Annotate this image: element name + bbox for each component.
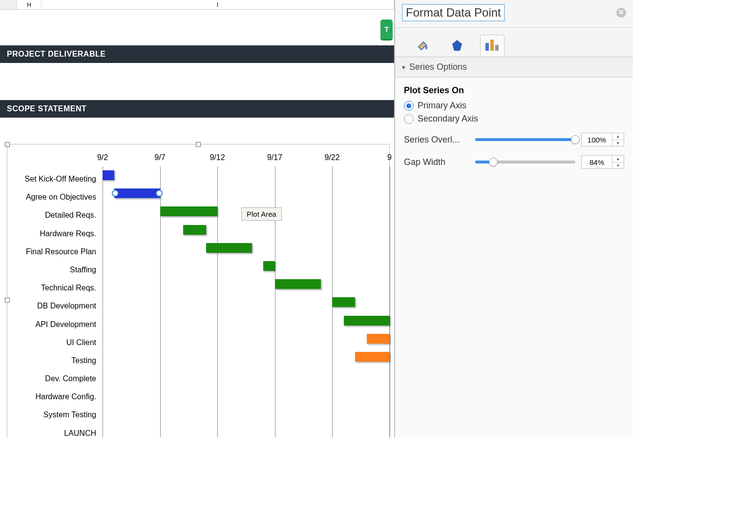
- format-task-pane: Format Data Point ✕ ▼ Series Options: [395, 0, 633, 437]
- task-label: Testing: [12, 351, 99, 369]
- tab-fill-icon[interactable]: [410, 35, 434, 56]
- plot-series-on-label: Plot Series On: [404, 85, 624, 96]
- gantt-bar[interactable]: [206, 243, 252, 253]
- selection-handle[interactable]: [5, 298, 10, 303]
- radio-icon: [404, 114, 414, 124]
- task-label: Staffing: [12, 261, 99, 279]
- task-label: Hardware Config.: [12, 388, 99, 406]
- date-tick: 9/12: [210, 153, 225, 162]
- task-label: System Testing: [12, 406, 99, 424]
- format-title-row: Format Data Point ✕: [395, 0, 633, 28]
- gap-label: Gap Width: [404, 157, 469, 167]
- selection-handle[interactable]: [196, 142, 201, 147]
- format-tab-strip: [395, 28, 633, 57]
- task-label: LAUNCH: [12, 424, 99, 437]
- gap-slider[interactable]: [475, 157, 575, 167]
- axis-tasks: Set Kick-Off MeetingAgree on ObjectivesD…: [12, 170, 99, 437]
- disclosure-triangle-icon: ▼: [401, 64, 406, 70]
- close-icon[interactable]: ✕: [616, 8, 626, 18]
- tab-effects-icon[interactable]: [445, 35, 469, 56]
- gantt-bar[interactable]: [263, 261, 275, 271]
- row-spacer: [0, 63, 394, 81]
- radio-primary-axis[interactable]: Primary Axis: [404, 101, 624, 111]
- svg-rect-1: [490, 40, 494, 51]
- gantt-bar[interactable]: [183, 225, 206, 235]
- gantt-bar[interactable]: [103, 170, 114, 180]
- task-label: UI Client: [12, 333, 99, 351]
- col-header-i[interactable]: I: [42, 0, 394, 9]
- radio-secondary-axis[interactable]: Secondary Axis: [404, 114, 624, 124]
- spinner-down-icon[interactable]: ▼: [612, 140, 624, 146]
- task-label: Final Resource Plan: [12, 243, 99, 261]
- gridline: [390, 166, 390, 437]
- gantt-chart[interactable]: 9/29/79/129/179/229 Set Kick-Off Meeting…: [7, 144, 390, 437]
- task-label: Detailed Reqs.: [12, 206, 99, 224]
- series-options-label: Series Options: [409, 62, 467, 72]
- toolbar-button-green[interactable]: T: [380, 20, 393, 41]
- svg-rect-0: [485, 43, 489, 51]
- series-options-toggle[interactable]: ▼ Series Options: [395, 57, 633, 78]
- date-tick: 9/7: [154, 153, 165, 162]
- task-label: API Development: [12, 315, 99, 333]
- spinner-up-icon[interactable]: ▲: [612, 156, 624, 163]
- format-title[interactable]: Format Data Point: [402, 4, 505, 21]
- task-label: Agree on Objectives: [12, 188, 99, 206]
- date-tick: 9/17: [267, 153, 282, 162]
- series-options-body: Plot Series On Primary Axis Secondary Ax…: [395, 78, 633, 177]
- tab-series-options-icon[interactable]: [480, 35, 504, 56]
- header-scope-statement: SCOPE STATEMENT: [0, 100, 394, 118]
- task-label: Dev. Complete: [12, 369, 99, 388]
- task-label: DB Development: [12, 297, 99, 315]
- selection-handle[interactable]: [5, 142, 10, 147]
- gridline: [103, 166, 103, 437]
- overlap-slider[interactable]: [475, 134, 575, 145]
- spinner-up-icon[interactable]: ▲: [612, 133, 624, 140]
- gantt-bar[interactable]: [355, 352, 390, 362]
- gantt-bar[interactable]: [367, 334, 390, 344]
- gantt-bar[interactable]: [275, 279, 321, 289]
- gridline: [217, 166, 218, 437]
- date-tick: 9/2: [97, 153, 108, 162]
- axis-dates: 9/29/79/129/179/229: [103, 153, 387, 165]
- gantt-bar[interactable]: [114, 188, 160, 198]
- task-label: Set Kick-Off Meeting: [12, 170, 99, 188]
- corner-cell: [0, 0, 17, 9]
- gap-width-row: Gap Width ▲ ▼: [404, 155, 624, 169]
- overlap-label: Series Overl...: [404, 135, 469, 145]
- gantt-bar[interactable]: [160, 206, 218, 216]
- gap-value-box: ▲ ▼: [581, 155, 624, 169]
- tooltip-plot-area: Plot Area: [241, 207, 282, 221]
- col-header-h[interactable]: H: [17, 0, 42, 9]
- radio-label: Primary Axis: [418, 101, 466, 111]
- overlap-value-input[interactable]: [582, 133, 612, 146]
- gantt-bar[interactable]: [344, 316, 390, 326]
- spreadsheet-pane: H I T PROJECT DELIVERABLE SCOPE STATEMEN…: [0, 0, 395, 437]
- overlap-value-box: ▲ ▼: [581, 133, 624, 146]
- radio-icon: [404, 101, 414, 111]
- svg-rect-2: [495, 45, 499, 51]
- task-label: Technical Reqs.: [12, 279, 99, 297]
- spinner-down-icon[interactable]: ▼: [612, 163, 624, 169]
- header-project-deliverable: PROJECT DELIVERABLE: [0, 45, 394, 63]
- date-tick: 9/22: [324, 153, 339, 162]
- series-overlap-row: Series Overl... ▲ ▼: [404, 133, 624, 146]
- gantt-bar[interactable]: [332, 297, 355, 307]
- radio-label: Secondary Axis: [418, 114, 478, 124]
- column-headers: H I: [0, 0, 394, 10]
- date-tick: 9: [387, 153, 392, 162]
- task-label: Hardware Reqs.: [12, 225, 99, 243]
- gap-value-input[interactable]: [582, 156, 612, 168]
- row-spacer: [0, 118, 394, 135]
